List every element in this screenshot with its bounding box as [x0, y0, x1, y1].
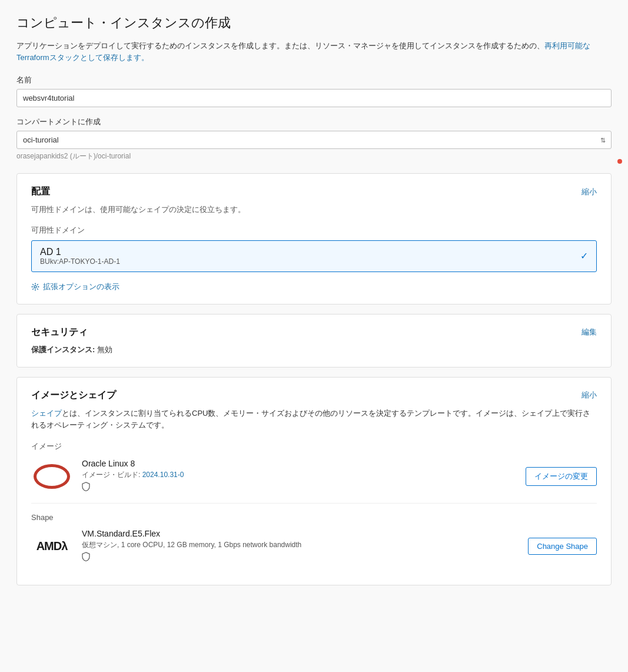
ad-option-content: AD 1 BUkv:AP-TOKYO-1-AD-1 — [40, 247, 120, 266]
change-image-button[interactable]: イメージの変更 — [526, 467, 597, 486]
shape-name: VM.Standard.E5.Flex — [82, 529, 519, 538]
svg-point-0 — [34, 286, 36, 288]
placement-header: 配置 縮小 — [31, 186, 597, 198]
image-shape-desc-text: とは、インスタンスに割り当てられるCPU数、メモリー・サイズおよびその他のリソー… — [31, 409, 590, 430]
image-label: イメージ — [31, 441, 597, 452]
image-build-link[interactable]: 2024.10.31-0 — [142, 471, 184, 479]
security-info: 保護インスタンス: 無効 — [31, 345, 597, 355]
image-shape-section: イメージとシェイプ 縮小 シェイプとは、インスタンスに割り当てられるCPU数、メ… — [16, 377, 612, 586]
image-shape-title: イメージとシェイプ — [31, 389, 116, 402]
security-edit-button[interactable]: 編集 — [582, 327, 597, 337]
advanced-options-label: 拡張オプションの表示 — [43, 282, 119, 292]
terraform-link[interactable]: 再利用可能なTerraformスタックとして保存します。 — [16, 41, 590, 62]
image-shape-collapse-button[interactable]: 縮小 — [582, 390, 597, 400]
image-shape-header: イメージとシェイプ 縮小 — [31, 389, 597, 402]
gear-icon — [31, 283, 39, 291]
compartment-label: コンパートメントに作成 — [16, 117, 612, 127]
ad-main-label: AD 1 — [40, 247, 120, 257]
ad-sub-label: BUkv:AP-TOKYO-1-AD-1 — [40, 257, 120, 266]
shape-shield-icon — [82, 552, 90, 562]
security-title: セキュリティ — [31, 326, 88, 339]
shield-icon — [82, 482, 90, 492]
shape-item-row: AMDλ VM.Standard.E5.Flex 仮想マシン, 1 core O… — [31, 529, 597, 564]
intro-text: アプリケーションをデプロイして実行するためのインスタンスを作成します。または、リ… — [16, 40, 612, 63]
shape-link[interactable]: シェイプ — [31, 409, 62, 418]
name-field-group: 名前 — [16, 75, 612, 117]
shape-shield-icon-row — [82, 552, 519, 564]
advanced-options-link[interactable]: 拡張オプションの表示 — [31, 282, 597, 292]
protection-value: 無効 — [97, 345, 112, 354]
image-build-label: イメージ・ビルド: 2024.10.31-0 — [82, 470, 516, 480]
protection-label: 保護インスタンス: — [31, 345, 95, 354]
notification-dot — [617, 159, 622, 164]
shape-info: VM.Standard.E5.Flex 仮想マシン, 1 core OCPU, … — [82, 529, 519, 564]
image-shape-desc: シェイプとは、インスタンスに割り当てられるCPU数、メモリー・サイズおよびその他… — [31, 408, 597, 432]
compartment-select-wrapper: oci-turorial ⇅ — [16, 131, 612, 149]
image-name: Oracle Linux 8 — [82, 459, 516, 468]
compartment-select[interactable]: oci-turorial — [16, 131, 612, 149]
name-input[interactable] — [16, 89, 612, 107]
availability-domain-option[interactable]: AD 1 BUkv:AP-TOKYO-1-AD-1 ✓ — [31, 240, 597, 272]
amd-logo: AMDλ — [36, 539, 68, 553]
shape-desc: 仮想マシン, 1 core OCPU, 12 GB memory, 1 Gbps… — [82, 540, 519, 550]
security-header: セキュリティ 編集 — [31, 326, 597, 339]
oracle-logo-container — [31, 460, 72, 492]
placement-collapse-button[interactable]: 縮小 — [582, 187, 597, 197]
placement-desc: 可用性ドメインは、使用可能なシェイプの決定に役立ちます。 — [31, 204, 597, 216]
image-build-prefix: イメージ・ビルド: — [82, 471, 142, 479]
image-item-row: Oracle Linux 8 イメージ・ビルド: 2024.10.31-0 イメ… — [31, 459, 597, 494]
security-section: セキュリティ 編集 保護インスタンス: 無効 — [16, 314, 612, 368]
shape-label: Shape — [31, 513, 597, 522]
ad-checkmark-icon: ✓ — [580, 250, 588, 261]
placement-title: 配置 — [31, 186, 50, 198]
image-shield-icon-row — [82, 482, 516, 494]
compartment-field-group: コンパートメントに作成 oci-turorial ⇅ orasejapankid… — [16, 117, 612, 161]
oracle-logo — [34, 464, 70, 489]
change-shape-button[interactable]: Change Shape — [528, 538, 597, 555]
availability-domain-label: 可用性ドメイン — [31, 225, 597, 236]
page-title: コンピュート・インスタンスの作成 — [16, 14, 612, 32]
placement-section: 配置 縮小 可用性ドメインは、使用可能なシェイプの決定に役立ちます。 可用性ドメ… — [16, 173, 612, 304]
breadcrumb: orasejapankids2 (ルート)/oci-turorial — [16, 151, 612, 161]
divider — [31, 503, 597, 504]
name-label: 名前 — [16, 75, 612, 85]
amd-logo-container: AMDλ — [31, 530, 72, 562]
image-info: Oracle Linux 8 イメージ・ビルド: 2024.10.31-0 — [82, 459, 516, 494]
